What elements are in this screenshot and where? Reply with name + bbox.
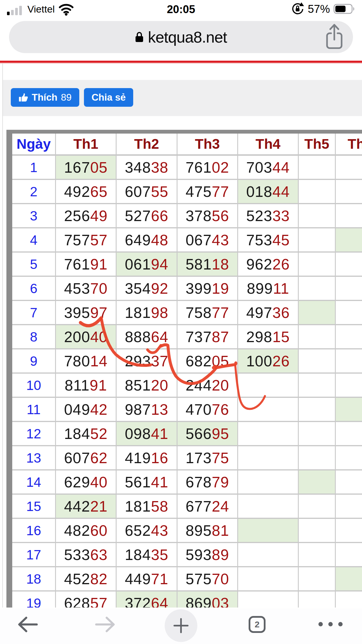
result-cell: 56695 (178, 422, 238, 446)
result-cell: 75345 (238, 228, 299, 253)
url-text: ketqua8.net (148, 28, 227, 46)
result-cell: 53363 (56, 543, 117, 567)
result-cell (336, 422, 362, 446)
result-cell (336, 470, 362, 495)
result-cell (238, 470, 299, 495)
carrier-label: Viettel (27, 4, 55, 15)
result-cell (299, 204, 336, 228)
share-icon[interactable] (325, 23, 344, 51)
result-cell: 39597 (56, 301, 117, 325)
result-cell: 06743 (178, 228, 238, 253)
tabs-button[interactable]: 2 (249, 616, 266, 633)
header-cell: Th1 (56, 134, 117, 156)
result-cell (238, 495, 299, 519)
forward-icon[interactable] (94, 615, 116, 634)
table-row: 12184520984156695 (12, 422, 362, 446)
address-bar[interactable]: ketqua8.net (9, 21, 353, 53)
result-cell: 45282 (56, 567, 117, 592)
result-cell (299, 543, 336, 567)
result-cell (336, 277, 362, 301)
day-cell: 1 (12, 156, 56, 180)
lock-icon (135, 31, 144, 43)
result-cell: 47076 (178, 398, 238, 422)
result-cell (336, 446, 362, 470)
header-cell: Th5 (299, 134, 336, 156)
battery-icon (333, 3, 356, 15)
result-cell: 88864 (117, 325, 178, 349)
result-cell (336, 543, 362, 567)
more-icon[interactable] (317, 619, 345, 629)
battery-percent: 57% (308, 3, 330, 15)
table-row: 820040888647378729815 (12, 325, 362, 349)
result-cell: 75757 (56, 228, 117, 253)
plus-icon (173, 617, 189, 634)
result-cell (238, 592, 299, 608)
table-row: 15442211815867724 (12, 495, 362, 519)
table-row: 645370354923991989911 (12, 277, 362, 301)
result-cell (299, 567, 336, 592)
day-cell: 12 (12, 422, 56, 446)
result-cell (336, 253, 362, 277)
result-cell: 09841 (117, 422, 178, 446)
like-button[interactable]: Thích 89 (11, 88, 79, 107)
result-cell: 75877 (178, 301, 238, 325)
result-cell: 35492 (117, 277, 178, 301)
result-cell: 57570 (178, 567, 238, 592)
day-cell: 11 (12, 398, 56, 422)
result-cell: 17375 (178, 446, 238, 470)
result-cell: 49736 (238, 301, 299, 325)
result-cell (299, 592, 336, 608)
result-cell (299, 156, 336, 180)
result-cell: 39919 (178, 277, 238, 301)
result-cell: 60755 (117, 180, 178, 204)
result-cell: 18452 (56, 422, 117, 446)
result-cell (336, 156, 362, 180)
result-cell (238, 398, 299, 422)
result-cell (299, 301, 336, 325)
wifi-icon (58, 2, 75, 16)
result-cell (299, 470, 336, 495)
result-cell: 01844 (238, 180, 299, 204)
result-cell (336, 374, 362, 398)
header-cell: Th3 (178, 134, 238, 156)
result-cell (336, 592, 362, 608)
result-cell: 67879 (178, 470, 238, 495)
table-row: 978014293376820510026 (12, 349, 362, 374)
day-cell: 3 (12, 204, 56, 228)
result-cell: 44971 (117, 567, 178, 592)
header-cell: Th6 (336, 134, 362, 156)
table-row: 249265607554757701844 (12, 180, 362, 204)
day-cell: 10 (12, 374, 56, 398)
iphone-screen: Viettel 20:05 57% (0, 0, 362, 644)
result-cell (336, 495, 362, 519)
result-cell (336, 228, 362, 253)
header-cell: Th4 (238, 134, 299, 156)
header-cell: Th2 (117, 134, 178, 156)
result-cell (238, 374, 299, 398)
table-header-row: NgàyTh1Th2Th3Th4Th5Th6 (12, 134, 362, 156)
result-cell: 56141 (117, 470, 178, 495)
thumbs-up-icon (18, 92, 28, 102)
day-cell: 13 (12, 446, 56, 470)
result-cell (336, 180, 362, 204)
result-cell (299, 253, 336, 277)
result-cell: 18158 (117, 495, 178, 519)
result-cell: 47577 (178, 180, 238, 204)
result-cell: 85120 (117, 374, 178, 398)
new-tab-button[interactable] (165, 609, 197, 642)
page-top-divider (0, 61, 362, 63)
share-button[interactable]: Chia sẻ (84, 88, 133, 107)
share-label: Chia sẻ (92, 92, 126, 103)
result-cell (299, 349, 336, 374)
result-cell (299, 422, 336, 446)
result-cell (299, 180, 336, 204)
result-cell: 76191 (56, 253, 117, 277)
back-icon[interactable] (17, 615, 38, 634)
day-cell: 2 (12, 180, 56, 204)
tab-count: 2 (255, 620, 260, 629)
result-cell: 16705 (56, 156, 117, 180)
result-cell: 89911 (238, 277, 299, 301)
result-cell: 73787 (178, 325, 238, 349)
table-row: 19628573726486903 (12, 592, 362, 608)
result-cell: 45370 (56, 277, 117, 301)
